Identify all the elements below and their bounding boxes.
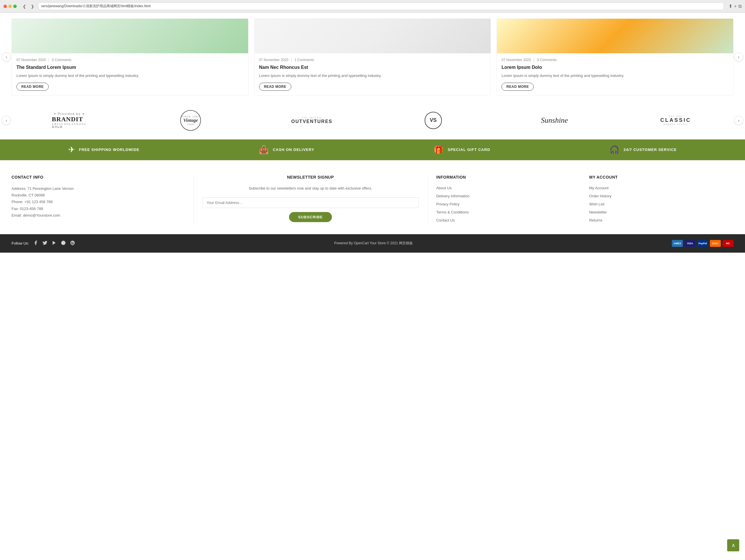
returns-link[interactable]: Returns xyxy=(589,218,603,222)
blog-card-text: Lorem Ipsum is simply dummy text of the … xyxy=(501,73,728,79)
blog-comments: 1 Comments xyxy=(294,58,314,62)
list-item: Contact Us xyxy=(436,217,580,223)
brands-next-button[interactable]: › xyxy=(734,116,743,125)
brand-logo-outventures[interactable]: — UNLIMITED — OUTVENTURES xyxy=(254,114,369,127)
footer-newsletter: NEWSLETTER SIGNUP Subscribe to our newsl… xyxy=(193,175,428,225)
newsletter-subtitle: Subscribe to our newsletters now and sta… xyxy=(202,185,419,192)
discover-icon: DISC xyxy=(710,240,721,247)
my-account-link[interactable]: My Account xyxy=(589,186,609,190)
url-bar[interactable]: sers/janewang/Downloads/小清新洗护用品商城网页html模… xyxy=(38,2,724,10)
forward-button[interactable]: ❯ xyxy=(29,3,36,9)
google-plus-icon[interactable]: g+ xyxy=(61,240,66,247)
paypal-icon: PayPal xyxy=(697,240,708,247)
cod-label: CASH ON DELIVERY xyxy=(273,148,314,152)
facebook-icon[interactable] xyxy=(33,240,38,247)
mastercard-icon: MC xyxy=(722,240,734,247)
blog-date: 07 November 2020 xyxy=(259,58,292,62)
blog-card-meta: 07 November 2020 0 Comments xyxy=(501,58,728,62)
blog-section: ‹ 07 November 2020 0 Comments The Standa… xyxy=(0,13,745,101)
blog-card: 07 November 2020 0 Comments The Standard… xyxy=(11,19,249,96)
contact-address: Address: 71 Pennington Lane Vernon xyxy=(11,185,185,192)
brand-name: EST.1984 CLASSIC MEMBER STUDIO xyxy=(660,115,691,125)
blog-card-body: 07 November 2020 0 Comments Lorem Ipsum … xyxy=(497,53,733,95)
amex-icon: AMEX xyxy=(672,240,683,247)
maximize-dot[interactable] xyxy=(13,5,17,8)
blog-card-image xyxy=(12,19,248,53)
youtube-icon[interactable] xyxy=(52,240,57,247)
read-more-link[interactable]: READ MORE xyxy=(259,83,291,91)
brand-logo-sunshine[interactable]: Sunshine xyxy=(496,113,612,128)
list-item: My Account xyxy=(589,185,734,190)
shipping-label: FREE SHIPPING WORLDWIDE xyxy=(79,148,139,152)
order-history-link[interactable]: Order History xyxy=(589,194,611,198)
blog-prev-button[interactable]: ‹ xyxy=(2,53,11,62)
terms-link[interactable]: Terms & Conditions xyxy=(436,210,468,214)
email-input[interactable] xyxy=(202,197,419,208)
brand-logo-brandit[interactable]: ✦ Provided by ✦ BRANDIT THESCOOLSCHOOL ⁂… xyxy=(11,110,127,131)
features-bar: ✈ FREE SHIPPING WORLDWIDE 👜 CASH ON DELI… xyxy=(0,139,745,160)
twitter-icon[interactable] xyxy=(42,240,47,247)
svg-marker-0 xyxy=(53,241,56,245)
list-item: Privacy Policy xyxy=(436,201,580,207)
subscribe-button[interactable]: SUBSCRIBE xyxy=(289,212,332,222)
brand-logo-vs[interactable]: VS xyxy=(376,109,491,132)
brand-name: ✦ Provided by ✦ BRANDIT THESCOOLSCHOOL ⁂… xyxy=(52,112,87,128)
wish-list-link[interactable]: Wish List xyxy=(589,202,605,206)
blog-card-title: Lorem Ipsum Dolo xyxy=(501,65,728,70)
footer-main: CONTACT INFO Address: 71 Pennington Lane… xyxy=(0,160,745,234)
information-links: About Us Delivery Information Privacy Po… xyxy=(436,185,580,223)
brand-name: — UNLIMITED — OUTVENTURES xyxy=(291,116,332,124)
new-tab-button[interactable]: + xyxy=(734,3,737,9)
service-label: 24/7 CUSTOMER SERVICE xyxy=(623,148,677,152)
copyright-text: Powered By OpenCart Your Store © 2021 网页… xyxy=(334,241,413,246)
blog-card-image xyxy=(497,19,733,53)
list-item: Returns xyxy=(589,217,734,223)
blog-cards: 07 November 2020 0 Comments The Standard… xyxy=(11,19,734,96)
blog-card-body: 07 November 2020 1 Comments Nam Nec Rhon… xyxy=(255,53,491,95)
blog-card-title: Nam Nec Rhoncus Est xyxy=(259,65,486,70)
close-dot[interactable] xyxy=(3,5,7,8)
contact-link[interactable]: Contact Us xyxy=(436,218,455,222)
read-more-link[interactable]: READ MORE xyxy=(501,83,534,91)
blog-card: 07 November 2020 0 Comments Lorem Ipsum … xyxy=(496,19,734,96)
feature-service: 🎧 24/7 CUSTOMER SERVICE xyxy=(609,146,677,154)
shipping-icon: ✈ xyxy=(68,146,75,154)
privacy-link[interactable]: Privacy Policy xyxy=(436,202,459,206)
about-us-link[interactable]: About Us xyxy=(436,186,451,190)
brands-prev-button[interactable]: ‹ xyxy=(2,116,11,125)
brand-name: VS xyxy=(425,112,442,129)
feature-gift: 🎁 SPECIAL GIFT CARD xyxy=(433,146,490,154)
back-button[interactable]: ❮ xyxy=(21,3,28,9)
windows-button[interactable]: ⧉ xyxy=(738,3,742,9)
read-more-link[interactable]: READ MORE xyxy=(17,83,48,91)
contact-email: Email: demo@Yourstore.com xyxy=(11,212,185,219)
brand-name: SINCE 1987 Vintage Cloth xyxy=(180,110,201,131)
newsletter-link[interactable]: Newsletter xyxy=(589,210,607,214)
service-icon: 🎧 xyxy=(609,146,619,154)
blog-card-text: Lorem Ipsum is simply dummy text of the … xyxy=(17,73,244,79)
blog-card-meta: 07 November 2020 1 Comments xyxy=(259,58,486,62)
brand-name: Sunshine xyxy=(541,116,568,125)
brand-logo-vintage[interactable]: SINCE 1987 Vintage Cloth xyxy=(133,107,248,134)
url-text: sers/janewang/Downloads/小清新洗护用品商城网页html模… xyxy=(41,4,151,9)
account-heading: MY ACCOUNT xyxy=(589,175,734,180)
footer-bottom: Follow Us: g+ Powered By OpenCart Your S… xyxy=(0,234,745,253)
blog-date: 07 November 2020 xyxy=(501,58,534,62)
contact-heading: CONTACT INFO xyxy=(11,175,185,180)
blog-card-meta: 07 November 2020 0 Comments xyxy=(17,58,244,62)
brands-track: ✦ Provided by ✦ BRANDIT THESCOOLSCHOOL ⁂… xyxy=(11,107,734,134)
delivery-link[interactable]: Delivery Information xyxy=(436,194,469,198)
minimize-dot[interactable] xyxy=(8,5,12,8)
share-button[interactable]: ⬆ xyxy=(728,3,732,9)
list-item: Delivery Information xyxy=(436,193,580,198)
blog-card-image xyxy=(255,19,491,53)
feature-shipping: ✈ FREE SHIPPING WORLDWIDE xyxy=(68,146,139,154)
blog-card-text: Lorem Ipsum is simply dummy text of the … xyxy=(259,73,486,79)
gift-icon: 🎁 xyxy=(433,146,444,154)
pinterest-icon[interactable] xyxy=(70,240,75,247)
blog-next-button[interactable]: › xyxy=(734,53,743,62)
browser-actions: ⬆ + ⧉ xyxy=(728,3,742,9)
feature-cod: 👜 CASH ON DELIVERY xyxy=(259,146,314,154)
brand-logo-classic[interactable]: EST.1984 CLASSIC MEMBER STUDIO xyxy=(618,112,734,128)
contact-fax: Fax: 0123-456-789 xyxy=(11,206,185,212)
